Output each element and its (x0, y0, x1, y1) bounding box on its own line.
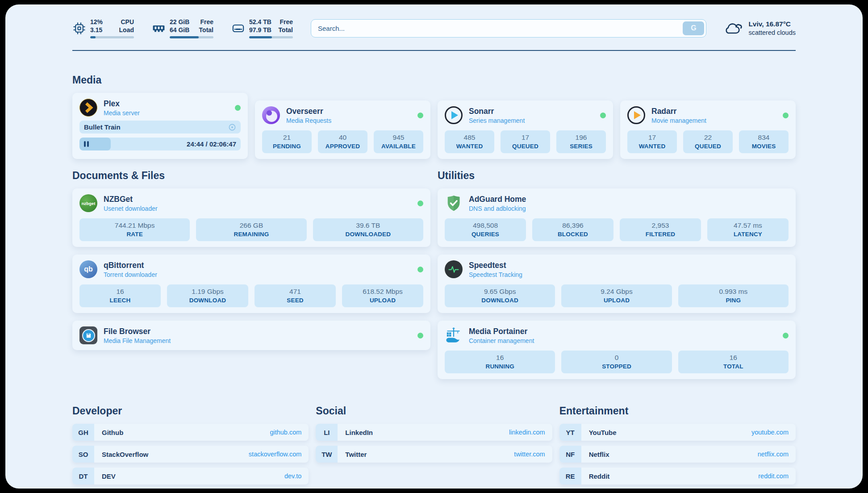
cpu-label-1: CPU (119, 18, 134, 26)
stat-remaining: 266 GB REMAINING (196, 218, 306, 241)
status-dot (417, 333, 423, 338)
section-title-media: Media (72, 74, 796, 86)
link-badge: RE (559, 468, 581, 485)
link-badge: YT (559, 424, 581, 441)
cloud-icon (722, 20, 743, 36)
utilities-column: Utilities AdGuard Home DNS and adblockin… (438, 159, 796, 379)
link-row-reddit[interactable]: RE Reddit reddit.com (559, 468, 796, 485)
link-row-netflix[interactable]: NF Netflix netflix.com (559, 446, 796, 463)
disk-meter (249, 36, 293, 38)
search-bar: G (311, 19, 706, 38)
stat-filtered: 2,953 FILTERED (620, 218, 701, 241)
app-subtitle: DNS and adblocking (469, 205, 526, 212)
status-dot (235, 105, 241, 111)
app-card-speedtest[interactable]: Speedtest Speedtest Tracking 9.65 Gbps D… (438, 255, 796, 313)
ram-widget: 22 GiB 64 GiB Free Total (152, 18, 213, 38)
link-badge: DT (72, 468, 94, 485)
ram-meter (170, 36, 213, 38)
status-dot (417, 201, 423, 206)
stat-queued: 22 QUEUED (683, 130, 733, 153)
disk-free-value: 52.4 TB (249, 18, 271, 26)
stat-approved: 40 APPROVED (318, 130, 367, 153)
status-dot (417, 113, 423, 118)
weather-location-temp: Lviv, 16.87°C (748, 20, 796, 28)
app-name: qBittorrent (104, 261, 157, 270)
overseerr-icon (262, 106, 280, 124)
link-row-linkedin[interactable]: LI LinkedIn linkedin.com (316, 424, 552, 441)
stat-stopped: 0 STOPPED (561, 351, 672, 373)
documents-column: Documents & Files nzbget NZBGet Usenet d… (72, 159, 430, 350)
cpu-widget: 12% 3.15 CPU Load (72, 18, 134, 38)
link-row-dev[interactable]: DT DEV dev.to (72, 468, 309, 485)
app-card-sonarr[interactable]: Sonarr Series management 485 WANTED 17 Q… (438, 100, 613, 159)
stat-ping: 0.993 ms PING (678, 284, 789, 307)
app-card-radarr[interactable]: Radarr Movie management 17 WANTED 22 QUE… (620, 100, 796, 159)
session-disc-icon[interactable] (228, 123, 236, 131)
stat-wanted: 485 WANTED (445, 130, 494, 153)
search-input[interactable] (311, 19, 706, 38)
app-card-overseerr[interactable]: Overseerr Media Requests 21 PENDING 40 A… (255, 100, 430, 159)
stat-available: 945 AVAILABLE (374, 130, 423, 153)
plex-icon (79, 99, 97, 117)
app-name: Radarr (651, 107, 706, 116)
stat-wanted: 17 WANTED (627, 130, 677, 153)
ram-icon (152, 21, 166, 35)
link-row-youtube[interactable]: YT YouTube youtube.com (559, 424, 796, 441)
portainer-icon (445, 326, 463, 344)
section-title-developer: Developer (72, 405, 309, 417)
app-subtitle: Series management (469, 117, 525, 124)
app-card-qbittorrent[interactable]: qb qBittorrent Torrent downloader 16 LEE… (72, 255, 430, 313)
link-row-github[interactable]: GH Github github.com (72, 424, 309, 441)
status-dot (783, 333, 789, 338)
link-badge: TW (316, 446, 338, 463)
app-card-portainer[interactable]: Media Portainer Container management 16 … (438, 321, 796, 379)
disk-label-2: Total (279, 26, 293, 34)
adguard-icon (445, 194, 463, 212)
weather-condition: scattered clouds (748, 29, 796, 36)
stat-latency: 47.57 ms LATENCY (707, 218, 789, 241)
app-name: AdGuard Home (469, 195, 526, 204)
app-subtitle: Torrent downloader (104, 271, 157, 278)
app-subtitle: Usenet downloader (104, 205, 158, 212)
ram-total-value: 64 GiB (170, 26, 189, 34)
link-badge: NF (559, 446, 581, 463)
stat-queued: 17 QUEUED (501, 130, 550, 153)
cpu-percent: 12% (90, 18, 103, 26)
nzbget-icon: nzbget (79, 194, 97, 212)
disk-meter-fill (249, 36, 272, 38)
now-playing-row: Bullet Train (79, 121, 241, 134)
cpu-icon (72, 21, 86, 35)
app-subtitle: Media File Management (104, 337, 171, 344)
stat-running: 16 RUNNING (445, 351, 555, 373)
link-badge: LI (316, 424, 338, 441)
cpu-meter-fill (90, 36, 96, 38)
app-subtitle: Movie management (651, 117, 706, 124)
weather-widget: Lviv, 16.87°C scattered clouds (722, 20, 796, 36)
stat-seed: 471 SEED (255, 284, 336, 307)
app-name: NZBGet (104, 195, 158, 204)
disk-icon (231, 21, 245, 35)
ram-label-2: Total (199, 26, 213, 34)
entertainment-column: Entertainment YT YouTube youtube.com NF … (559, 405, 796, 489)
radarr-icon (627, 106, 645, 124)
link-badge: GH (72, 424, 94, 441)
playback-progress-row: 24:44 / 02:06:47 (79, 138, 241, 150)
link-row-stackoverflow[interactable]: SO StackOverflow stackoverflow.com (72, 446, 309, 463)
stat-queries: 498,508 QUERIES (445, 218, 526, 241)
stat-downloaded: 39.6 TB DOWNLOADED (313, 218, 423, 241)
pause-icon[interactable] (84, 141, 89, 147)
topbar-divider (72, 50, 796, 51)
stat-series: 196 SERIES (556, 130, 606, 153)
status-dot (417, 267, 423, 272)
app-name: Overseerr (286, 107, 331, 116)
search-engine-button[interactable]: G (683, 21, 704, 35)
qbittorrent-icon: qb (79, 260, 97, 278)
app-card-adguard[interactable]: AdGuard Home DNS and adblocking 498,508 … (438, 188, 796, 247)
status-dot (600, 113, 606, 118)
app-card-filebrowser[interactable]: File Browser Media File Management (72, 321, 430, 350)
app-card-nzbget[interactable]: nzbget NZBGet Usenet downloader 744.21 M… (72, 188, 430, 247)
top-bar: 12% 3.15 CPU Load (72, 18, 796, 38)
app-card-plex[interactable]: Plex Media server Bullet Train (72, 93, 248, 159)
link-row-twitter[interactable]: TW Twitter twitter.com (316, 446, 552, 463)
stat-rate: 744.21 Mbps RATE (79, 218, 190, 241)
